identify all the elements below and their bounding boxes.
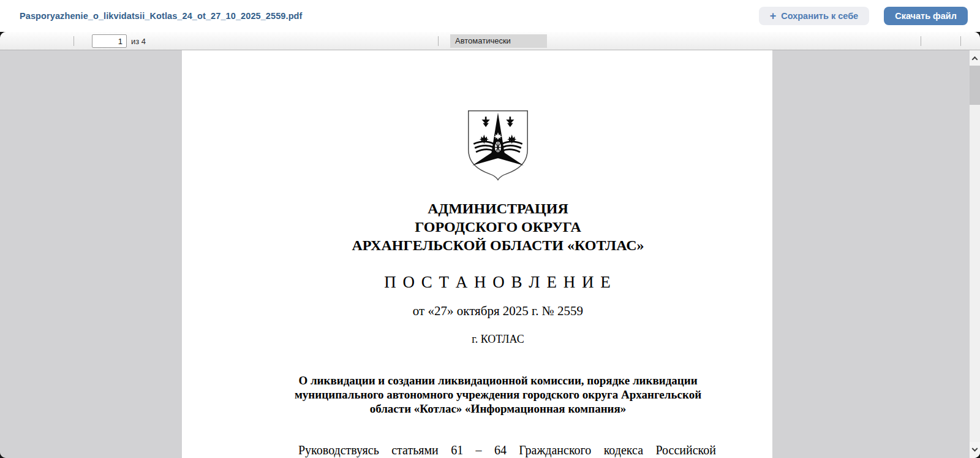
org-line: АРХАНГЕЛЬСКОЙ ОБЛАСТИ «КОТЛАС» [280, 236, 716, 254]
toolbar-separator [74, 36, 74, 46]
title-line: О ликвидации и создании ликвидационной к… [280, 373, 716, 387]
plus-icon: + [770, 10, 777, 21]
vertical-scrollbar[interactable] [970, 50, 980, 458]
chevron-down-icon [972, 445, 978, 451]
page-number-input[interactable] [92, 34, 127, 48]
pdf-toolbar: из 4 Автоматически [0, 32, 980, 50]
pdf-page-1: АДМИНИСТРАЦИЯ ГОРОДСКОГО ОКРУГА АРХАНГЕЛ… [182, 50, 772, 458]
document-city-line: г. КОТЛАС [280, 333, 716, 346]
document-date-line: от «27» октября 2025 г. № 2559 [280, 303, 716, 318]
header-actions: + Сохранить к себе Скачать файл [759, 7, 968, 25]
document-title: О ликвидации и создании ликвидационной к… [280, 373, 716, 416]
save-button-label: Сохранить к себе [781, 11, 858, 21]
chevron-up-icon [972, 56, 978, 62]
toolbar-separator [921, 36, 921, 46]
kotlas-coat-of-arms-icon [466, 109, 530, 181]
page-count-label: из 4 [131, 37, 146, 46]
org-line: ГОРОДСКОГО ОКРУГА [280, 218, 716, 236]
zoom-select[interactable]: Автоматически [450, 34, 547, 48]
document-type-heading: П О С Т А Н О В Л Е Н И Е [280, 273, 716, 291]
title-line: муниципального автономного учреждения го… [280, 387, 716, 402]
toolbar-separator [960, 36, 961, 46]
save-to-self-button[interactable]: + Сохранить к себе [759, 7, 869, 25]
viewer-header: Pasporyazhenie_o_likvidatsii_Kotlas_24_o… [0, 0, 980, 32]
toolbar-separator [438, 36, 439, 46]
download-file-button[interactable]: Скачать файл [884, 7, 968, 25]
scroll-down-button[interactable] [970, 442, 980, 458]
download-button-label: Скачать файл [895, 11, 957, 21]
scroll-up-button[interactable] [970, 50, 980, 66]
title-line: области «Котлас» «Информационная компани… [280, 402, 716, 416]
document-body-first-line: Руководствуясь статьями 61 – 64 Гражданс… [280, 442, 716, 458]
org-heading: АДМИНИСТРАЦИЯ ГОРОДСКОГО ОКРУГА АРХАНГЕЛ… [280, 199, 716, 254]
scrollbar-thumb[interactable] [970, 66, 980, 105]
org-line: АДМИНИСТРАЦИЯ [280, 199, 716, 218]
pdf-viewer-frame: из 4 Автоматически [0, 32, 980, 458]
viewer-area: АДМИНИСТРАЦИЯ ГОРОДСКОГО ОКРУГА АРХАНГЕЛ… [0, 50, 980, 458]
file-title: Pasporyazhenie_o_likvidatsii_Kotlas_24_o… [20, 11, 303, 21]
